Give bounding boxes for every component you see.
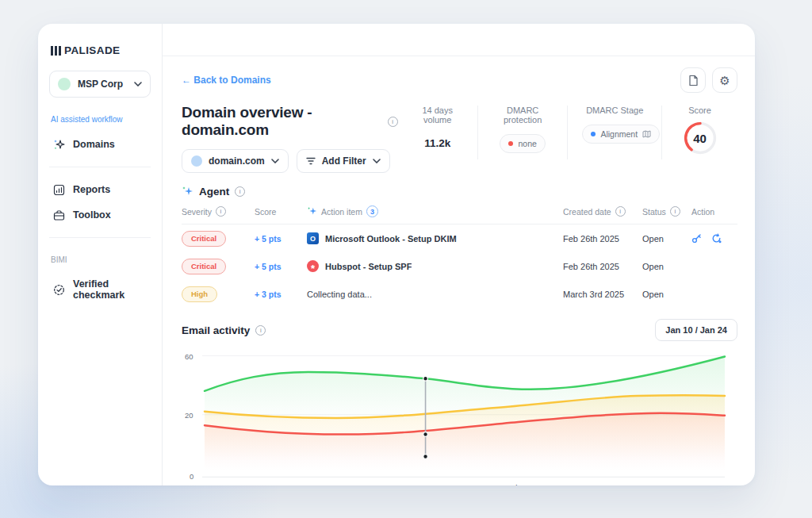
org-selector[interactable]: MSP Corp <box>49 71 151 98</box>
severity-badge: Critical <box>182 231 226 247</box>
line-chart: 60 20 0 Jan Feb Mar <box>182 346 737 485</box>
x-tick-mar: Mar <box>713 483 726 485</box>
domain-select-value: domain.com <box>209 155 265 167</box>
sidebar-divider <box>49 237 151 238</box>
info-icon[interactable] <box>388 117 398 127</box>
logo-bars-icon <box>51 46 61 56</box>
chevron-down-icon <box>271 159 279 163</box>
red-status-dot <box>508 141 513 146</box>
table-row[interactable]: Critical + 5 pts Microsoft Outlook - Set… <box>182 224 737 252</box>
sidebar-item-verified-checkmark[interactable]: Verified checkmark <box>49 272 151 307</box>
x-tick-feb: Feb <box>507 483 519 485</box>
page-title: Domain overview - domain.com <box>182 104 381 139</box>
dmarc-protection-value: none <box>518 139 536 148</box>
org-name: MSP Corp <box>78 79 127 90</box>
sparkles-icon <box>307 206 317 217</box>
action-item-text: Hubspot - Setup SPF <box>325 262 412 271</box>
back-to-domains-link[interactable]: ← Back to Domains <box>182 75 271 86</box>
info-icon[interactable] <box>235 186 245 197</box>
x-tick-jan: Jan <box>284 483 296 485</box>
date-range-button[interactable]: Jan 10 / Jan 24 <box>655 319 737 341</box>
sidebar-item-label: Domains <box>73 139 115 150</box>
bar-chart-icon <box>52 183 65 196</box>
key-icon[interactable] <box>691 233 702 244</box>
gear-icon: ⚙ <box>719 75 730 86</box>
verified-badge-icon <box>52 283 65 296</box>
title-block: Domain overview - domain.com domain.com … <box>182 104 398 173</box>
filter-icon <box>306 157 316 165</box>
y-tick-20: 20 <box>185 411 193 420</box>
sidebar-item-reports[interactable]: Reports <box>49 177 151 202</box>
stat-volume: 14 days volume 11.2k <box>398 106 477 159</box>
status-value: Open <box>642 234 691 244</box>
status-value: Open <box>642 290 691 299</box>
action-item-count-badge: 3 <box>366 205 378 217</box>
content: ← Back to Domains ⚙ Domain overview - do… <box>163 56 755 485</box>
domain-avatar <box>191 155 202 167</box>
dmarc-stage-pill[interactable]: Alignment <box>582 125 660 144</box>
toolbox-icon <box>52 209 65 221</box>
refresh-icon[interactable] <box>711 233 722 244</box>
created-date: Feb 26th 2025 <box>563 234 642 244</box>
stat-score: Score 40 <box>661 106 737 159</box>
score-points: + 5 pts <box>255 234 307 244</box>
outlook-icon <box>307 232 319 244</box>
chevron-down-icon <box>373 159 381 163</box>
document-icon <box>688 75 699 86</box>
table-row[interactable]: High + 3 pts Collecting data... March 3r… <box>182 280 737 308</box>
agent-section-title: Agent <box>199 186 229 198</box>
y-tick-0: 0 <box>190 472 193 481</box>
hubspot-icon <box>307 260 319 272</box>
stat-label: Score <box>676 106 723 115</box>
status-value: Open <box>642 262 691 271</box>
stat-dmarc-protection: DMARC protection none <box>477 106 568 159</box>
sidebar-divider <box>49 167 151 167</box>
info-icon[interactable] <box>255 325 266 336</box>
app-window: PALISADE MSP Corp AI assisted workflow D… <box>38 24 755 485</box>
col-score: Score <box>255 207 307 217</box>
sidebar-item-label: Reports <box>73 184 110 195</box>
email-activity-chart[interactable]: 60 20 0 Jan Feb Mar <box>182 346 737 485</box>
domain-select[interactable]: domain.com <box>182 149 289 173</box>
blue-status-dot <box>591 132 596 136</box>
agent-table-header: Severity Score Action item 3 Created dat… <box>182 205 737 224</box>
add-filter-button[interactable]: Add Filter <box>297 149 390 173</box>
sidebar-item-label: Verified checkmark <box>73 278 147 301</box>
stat-dmarc-stage: DMARC Stage Alignment <box>567 106 661 159</box>
chevron-down-icon <box>134 82 142 86</box>
score-points: + 5 pts <box>255 262 307 271</box>
topbar <box>163 24 755 56</box>
action-item-text: Collecting data... <box>307 290 372 299</box>
severity-badge: Critical <box>182 259 226 274</box>
sidebar-item-domains[interactable]: Domains <box>49 132 151 157</box>
org-avatar <box>58 78 71 90</box>
col-created-date: Created date <box>563 207 611 217</box>
palisade-logo: PALISADE <box>51 44 151 56</box>
score-gauge: 40 <box>682 120 718 156</box>
settings-button[interactable]: ⚙ <box>712 67 737 93</box>
stat-label: DMARC protection <box>492 106 553 125</box>
col-severity: Severity <box>182 207 212 217</box>
dmarc-protection-pill[interactable]: none <box>500 134 545 153</box>
sparkles-icon <box>52 138 65 151</box>
email-activity-title: Email activity <box>182 324 250 336</box>
table-row[interactable]: Critical + 5 pts Hubspot - Setup SPF Feb… <box>182 252 737 280</box>
col-status: Status <box>642 207 666 217</box>
info-icon[interactable] <box>615 206 626 217</box>
score-value: 40 <box>682 120 718 156</box>
created-date: March 3rd 2025 <box>563 290 642 299</box>
map-icon <box>642 130 651 138</box>
sidebar-item-label: Toolbox <box>73 209 111 221</box>
created-date: Feb 26th 2025 <box>563 262 642 271</box>
col-action-item: Action item <box>321 207 362 217</box>
document-button[interactable] <box>680 67 706 93</box>
info-icon[interactable] <box>670 206 680 217</box>
action-item-text: Microsoft Outlook - Setup DKIM <box>325 234 457 244</box>
info-icon[interactable] <box>216 206 226 217</box>
sparkles-icon <box>182 186 193 198</box>
bimi-section-label: BIMI <box>51 255 149 264</box>
logo-text: PALISADE <box>64 44 120 56</box>
sidebar-item-toolbox[interactable]: Toolbox <box>49 202 151 228</box>
severity-badge: High <box>182 286 217 302</box>
workflow-section-label: AI assisted workflow <box>51 115 149 124</box>
